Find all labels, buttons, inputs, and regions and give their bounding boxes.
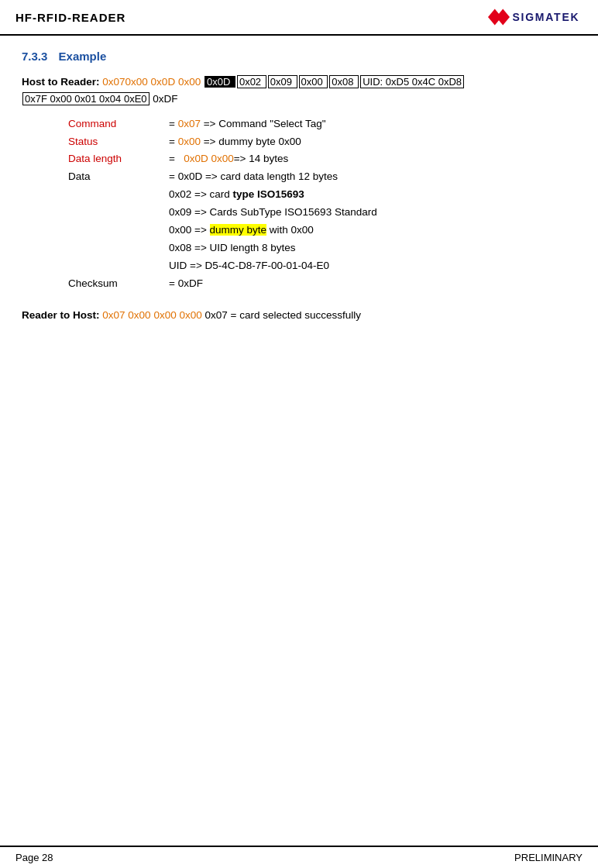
data-subvalue-2: 0x09 => Cards SubType ISO15693 Standard [169, 204, 576, 222]
data-length-value: = 0x0D 0x00=> 14 bytes [169, 150, 576, 168]
status-label: Status [68, 133, 169, 151]
section-number: 7.3.3 [22, 50, 47, 63]
data-subrow-4: 0x08 => UID length 8 bytes [68, 239, 576, 257]
page-number: Page 28 [15, 852, 53, 863]
data-indent-3 [68, 222, 169, 239]
htr-highlight-0x0D: 0x0D [204, 76, 235, 88]
rth-byte-2: 0x00 [128, 309, 150, 321]
htr-highlight-0x02: 0x02 [237, 75, 266, 88]
status-value: = 0x00 => dummy byte 0x00 [169, 133, 576, 151]
data-length-byte1: 0x0D [184, 153, 208, 164]
checksum-value: = 0xDF [169, 275, 576, 293]
reader-to-host-block: Reader to Host: 0x07 0x00 0x00 0x00 0x07… [22, 307, 576, 324]
section-heading: 7.3.3 Example [22, 50, 576, 63]
command-row: Command = 0x07 => Command "Select Tag" [68, 115, 576, 133]
status-byte: 0x00 [178, 136, 201, 147]
command-value: = 0x07 => Command "Select Tag" [169, 115, 576, 133]
svg-marker-1 [496, 9, 510, 26]
section-title: Example [59, 50, 107, 63]
card-type-bold: type ISO15693 [233, 188, 304, 200]
rth-byte-3: 0x00 [153, 309, 176, 321]
page-footer: Page 28 PRELIMINARY [0, 846, 598, 868]
dummy-byte-highlight: dummy byte [210, 224, 267, 236]
details-block: Command = 0x07 => Command "Select Tag" S… [68, 115, 576, 293]
htr-highlight-0x00: 0x00 [299, 75, 328, 88]
data-length-byte2: 0x00 [211, 153, 233, 164]
htr-byte-3: 0x0D [151, 76, 176, 88]
htr-byte-1: 0x07 [102, 76, 125, 88]
page-header: HF-RFID-READER SIGMATEK [0, 0, 598, 36]
htr-uid-string: UID: 0xD5 0x4C 0xD8 [360, 75, 464, 88]
htr-byte-2: 0x00 [125, 76, 148, 88]
rth-byte-4: 0x00 [179, 309, 201, 321]
htr-label: Host to Reader: [22, 76, 100, 88]
document-status: PRELIMINARY [514, 852, 583, 863]
checksum-row: Checksum = 0xDF [68, 275, 576, 293]
data-subvalue-3: 0x00 => dummy byte with 0x00 [169, 222, 576, 239]
main-content: 7.3.3 Example Host to Reader: 0x070x00 0… [0, 36, 598, 339]
rth-byte-1: 0x07 [102, 309, 125, 321]
data-indent-2 [68, 204, 169, 222]
data-subvalue-1: 0x02 => card type ISO15693 [169, 186, 576, 204]
data-subrow-5: UID => D5-4C-D8-7F-00-01-04-E0 [68, 257, 576, 275]
data-subrow-1: 0x02 => card type ISO15693 [68, 186, 576, 204]
command-label: Command [68, 115, 169, 133]
data-indent-4 [68, 239, 169, 257]
checksum-label: Checksum [68, 275, 169, 293]
data-indent-5 [68, 257, 169, 275]
data-length-label: Data length [68, 150, 169, 168]
document-title: HF-RFID-READER [15, 11, 125, 24]
htr-highlight-0x09: 0x09 [268, 75, 297, 88]
rth-label: Reader to Host: [22, 309, 100, 321]
htr-byte-4: 0x00 [178, 76, 201, 88]
data-subrow-3: 0x00 => dummy byte with 0x00 [68, 222, 576, 239]
host-to-reader-block: Host to Reader: 0x070x00 0x0D 0x00 0x0D … [22, 74, 576, 108]
company-logo: SIGMATEK [488, 6, 583, 28]
rth-rest: 0x07 = card selected successfully [204, 309, 360, 321]
data-label: Data [68, 168, 169, 186]
data-subvalue-4: 0x08 => UID length 8 bytes [169, 239, 576, 257]
data-row: Data = 0x0D => card data length 12 bytes [68, 168, 576, 186]
sigmatek-logo-svg: SIGMATEK [488, 6, 583, 28]
data-indent-1 [68, 186, 169, 204]
svg-text:SIGMATEK: SIGMATEK [512, 11, 579, 23]
data-subvalue-5: UID => D5-4C-D8-7F-00-01-04-E0 [169, 257, 576, 275]
htr-highlight-0x08: 0x08 [329, 75, 359, 88]
status-row: Status = 0x00 => dummy byte 0x00 [68, 133, 576, 151]
data-length-row: Data length = 0x0D 0x00=> 14 bytes [68, 150, 576, 168]
command-byte: 0x07 [178, 118, 201, 129]
data-value: = 0x0D => card data length 12 bytes [169, 168, 576, 186]
htr-line2-highlight: 0x7F 0x00 0x01 0x04 0xE0 [22, 92, 150, 105]
htr-checksum-byte: 0xDF [153, 93, 177, 105]
data-subrow-2: 0x09 => Cards SubType ISO15693 Standard [68, 204, 576, 222]
